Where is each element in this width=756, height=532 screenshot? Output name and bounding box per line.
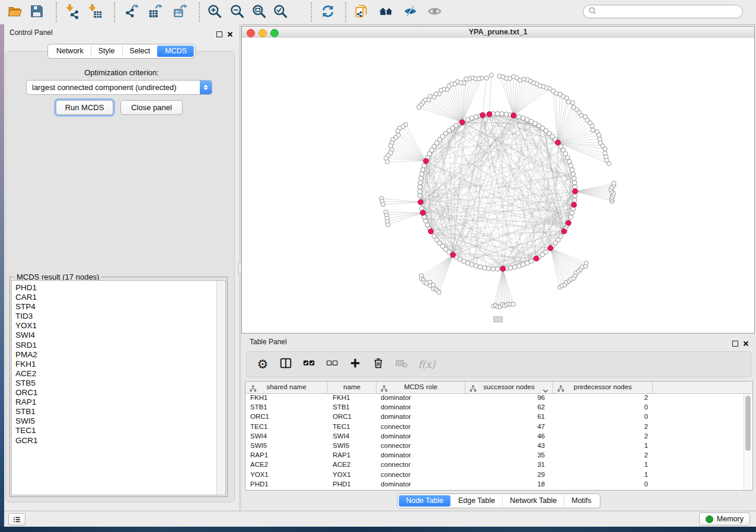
table-row[interactable]: RAP1RAP1dominator352 <box>245 451 744 461</box>
mcds-result-item[interactable]: FKH1 <box>15 360 213 369</box>
zoom-out-button[interactable] <box>227 2 247 22</box>
mcds-result-item[interactable]: SRD1 <box>15 341 213 350</box>
mcds-result-item[interactable]: RAP1 <box>15 398 213 407</box>
table-row[interactable]: SWI4SWI4dominator462 <box>245 432 744 442</box>
table-cell: FKH1 <box>250 394 267 403</box>
column-header-predecessor-nodes[interactable]: predecessor nodes <box>553 382 653 393</box>
table-row[interactable]: PHD1PHD1dominator180 <box>245 480 744 490</box>
table-cell: 43 <box>465 442 545 451</box>
close-panel-icon[interactable] <box>227 29 233 40</box>
tab-node-table[interactable]: Node Table <box>399 495 451 507</box>
column-header-successor-nodes[interactable]: successor nodes <box>465 382 553 393</box>
float-table-panel-icon[interactable] <box>732 341 738 347</box>
table-row[interactable]: YOX1YOX1connector291 <box>245 471 744 480</box>
table-row[interactable]: FKH1FKH1dominator962 <box>245 394 744 403</box>
control-panel-tabs: NetworkStyleSelectMCDS <box>47 44 196 59</box>
mcds-result-item[interactable]: CAR1 <box>15 293 213 302</box>
table-row[interactable]: SWI5SWI5connector431 <box>245 442 744 451</box>
mcds-result-item[interactable]: ACE2 <box>15 369 213 379</box>
desktop-wallpaper-bottom <box>0 526 756 532</box>
zoom-in-button[interactable] <box>205 2 225 22</box>
mcds-result-item[interactable]: STB5 <box>15 379 213 388</box>
table-row[interactable]: STB1STB1dominator620 <box>245 403 744 413</box>
tab-edge-table[interactable]: Edge Table <box>451 495 502 507</box>
network-graph[interactable] <box>242 38 754 333</box>
add-column-button[interactable] <box>349 355 362 373</box>
table-cell: YOX1 <box>333 471 351 480</box>
open-button[interactable] <box>5 2 25 22</box>
network-window: YPA_prune.txt_1 <box>241 26 755 334</box>
mcds-result-item[interactable]: PMA2 <box>15 350 213 360</box>
network-view-canvas[interactable] <box>242 38 754 333</box>
mcds-result-item[interactable]: GCR1 <box>15 436 213 446</box>
search-box[interactable] <box>583 5 743 18</box>
import-table-icon <box>87 4 103 21</box>
column-header-MCDS-role[interactable]: MCDS role <box>377 382 465 393</box>
mcds-result-item[interactable]: STP4 <box>15 302 213 312</box>
mcds-result-item[interactable]: TID3 <box>15 312 213 321</box>
table-cell: 31 <box>465 461 545 470</box>
zoom-selected-icon <box>273 4 288 21</box>
tab-motifs[interactable]: Motifs <box>564 495 598 507</box>
mcds-result-item[interactable]: TEC1 <box>15 426 213 435</box>
close-table-panel-icon[interactable] <box>743 338 749 349</box>
column-header-name[interactable]: name <box>328 382 377 393</box>
mcds-result-item[interactable]: YOX1 <box>15 321 213 331</box>
mcds-result-item[interactable]: ORC1 <box>15 388 213 398</box>
save-button[interactable] <box>27 2 47 22</box>
table-cell: TEC1 <box>250 423 267 432</box>
copy-document-button[interactable] <box>352 2 372 22</box>
function-builder-button: f(x) <box>418 355 435 373</box>
tab-network-table[interactable]: Network Table <box>502 495 564 507</box>
refresh-button[interactable] <box>318 2 338 22</box>
criterion-dropdown[interactable]: largest connected component (undirected) <box>26 80 212 95</box>
close-panel-button[interactable]: Close panel <box>120 100 183 115</box>
table-cell: YOX1 <box>250 471 269 480</box>
mcds-result-item[interactable]: SWI4 <box>15 331 213 340</box>
toolbar-separator <box>199 2 200 22</box>
home-button[interactable] <box>376 2 396 22</box>
table-cell: 0 <box>553 413 648 422</box>
tab-mcds[interactable]: MCDS <box>157 46 194 57</box>
settings-button[interactable]: ⚙ <box>256 355 269 373</box>
export-network-button[interactable] <box>122 2 142 22</box>
table-row[interactable]: TEC1TEC1connector472 <box>245 423 744 432</box>
mcds-result-item[interactable]: SWI5 <box>15 416 213 426</box>
horizontal-splitter-grip[interactable] <box>493 316 503 322</box>
tab-select[interactable]: Select <box>122 46 158 57</box>
mcds-result-listbox[interactable]: PHD1CAR1STP4TID3YOX1SWI4SRD1PMA2FKH1ACE2… <box>11 280 226 495</box>
zoom-fit-button[interactable] <box>249 2 269 22</box>
import-network-button[interactable] <box>62 2 82 22</box>
mcds-list-scrollbar[interactable] <box>216 281 225 495</box>
export-table-button[interactable] <box>145 2 165 22</box>
tab-network[interactable]: Network <box>49 46 91 57</box>
delete-table-icon <box>395 357 408 372</box>
mcds-result-item[interactable]: PHD1 <box>15 283 213 293</box>
table-row[interactable]: ACE2ACE2connector311 <box>245 461 744 470</box>
table-row[interactable]: ORC1ORC1dominator610 <box>245 413 744 422</box>
zoom-selected-button[interactable] <box>270 2 291 22</box>
task-history-button[interactable] <box>8 513 25 525</box>
hide-graphics-details-button[interactable] <box>400 2 420 22</box>
network-window-titlebar[interactable]: YPA_prune.txt_1 <box>242 27 754 39</box>
table-cell: STB1 <box>333 403 350 413</box>
run-mcds-button[interactable]: Run MCDS <box>56 100 113 115</box>
table-cell: 1 <box>553 461 648 470</box>
import-table-button[interactable] <box>85 2 105 22</box>
scrollbar-thumb[interactable] <box>745 396 751 451</box>
show-columns-button[interactable] <box>279 355 292 373</box>
table-panel-title: Table Panel <box>250 338 287 346</box>
delete-columns-button[interactable] <box>372 355 385 373</box>
delete-table-button <box>395 355 408 373</box>
mcds-result-item[interactable]: STB1 <box>15 407 213 416</box>
search-input[interactable] <box>599 7 742 17</box>
memory-button[interactable]: Memory <box>699 512 750 525</box>
select-all-button[interactable] <box>302 355 315 373</box>
tab-style[interactable]: Style <box>91 46 122 57</box>
deselect-all-button[interactable] <box>326 355 339 373</box>
table-scrollbar[interactable] <box>744 394 752 490</box>
float-panel-icon[interactable] <box>216 31 222 37</box>
column-header-shared-name[interactable]: shared name <box>245 382 328 393</box>
export-image-button[interactable] <box>170 2 190 22</box>
node-table[interactable]: shared namenameMCDS rolesuccessor nodesp… <box>245 381 753 491</box>
